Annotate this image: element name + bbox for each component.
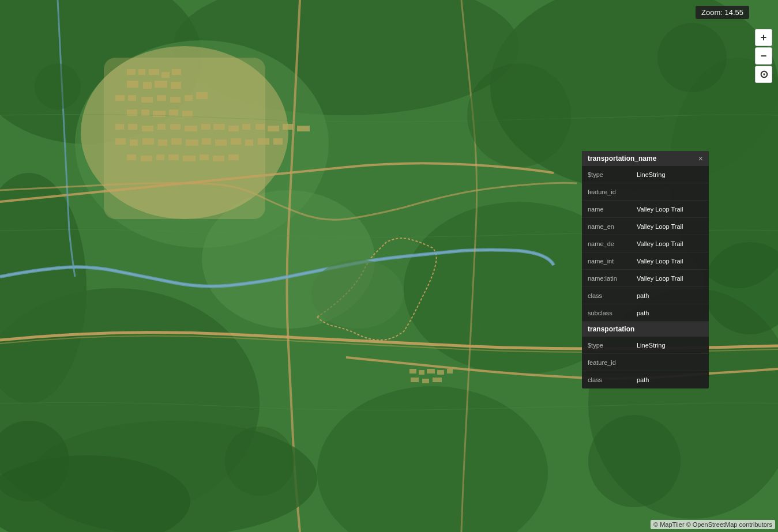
svg-rect-25 [141, 97, 153, 103]
popup-row-featureid1: feature_id [582, 183, 709, 201]
svg-rect-43 [228, 126, 239, 131]
svg-rect-51 [142, 138, 154, 145]
svg-rect-57 [231, 138, 241, 145]
svg-point-85 [467, 63, 571, 167]
svg-rect-59 [258, 138, 269, 145]
popup-section2-header: transportation [582, 322, 709, 337]
svg-rect-32 [153, 111, 166, 117]
popup-key-featureid2: feature_id [588, 359, 637, 366]
svg-rect-44 [242, 124, 250, 130]
svg-point-81 [657, 23, 727, 92]
svg-rect-27 [170, 97, 181, 103]
svg-rect-74 [411, 378, 419, 382]
svg-rect-41 [201, 124, 211, 130]
svg-rect-70 [419, 370, 424, 375]
svg-rect-76 [433, 378, 442, 382]
popup-row-name: name Valley Loop Trail [582, 201, 709, 218]
svg-rect-68 [228, 154, 239, 160]
popup-val-class1: path [637, 292, 703, 299]
svg-rect-60 [273, 138, 283, 145]
popup-row-featureid2: feature_id [582, 354, 709, 371]
svg-rect-73 [447, 369, 453, 373]
feature-popup[interactable]: transportation_name × $type LineString f… [582, 151, 709, 388]
svg-rect-72 [437, 370, 444, 375]
popup-val-nameen: Valley Loop Trail [637, 223, 703, 230]
map-attribution: © MapTiler © OpenStreetMap contributors [651, 520, 775, 529]
popup-key-class1: class [588, 292, 637, 299]
popup-val-type1: LineString [637, 171, 703, 178]
svg-rect-14 [127, 69, 136, 75]
svg-rect-61 [127, 154, 136, 160]
svg-rect-35 [115, 124, 124, 130]
zoom-label: Zoom: 14.55 [701, 8, 743, 17]
popup-row-type1: $type LineString [582, 166, 709, 183]
svg-rect-36 [128, 124, 137, 130]
svg-rect-23 [115, 95, 125, 101]
svg-rect-48 [297, 126, 310, 131]
popup-key-namede: name_de [588, 240, 637, 247]
svg-rect-46 [268, 126, 279, 131]
popup-section1-title: transportation_name [588, 154, 656, 163]
svg-rect-45 [255, 124, 265, 130]
svg-rect-17 [161, 72, 170, 78]
popup-key-nameen: name_en [588, 223, 637, 230]
svg-rect-15 [138, 69, 145, 75]
svg-rect-16 [149, 69, 159, 75]
popup-key-subclass: subclass [588, 310, 637, 316]
svg-point-79 [311, 259, 404, 329]
svg-rect-28 [185, 95, 193, 101]
popup-close-button[interactable]: × [698, 154, 703, 163]
svg-rect-52 [158, 139, 167, 146]
popup-key-type2: $type [588, 342, 637, 349]
svg-point-82 [588, 415, 681, 507]
popup-key-featureid1: feature_id [588, 188, 637, 195]
svg-rect-58 [245, 139, 253, 146]
zoom-in-button[interactable]: + [755, 29, 772, 46]
svg-rect-21 [155, 81, 167, 88]
zoom-indicator: Zoom: 14.55 [696, 6, 749, 19]
svg-rect-69 [409, 369, 416, 373]
svg-rect-29 [196, 92, 208, 99]
svg-rect-53 [171, 138, 182, 145]
svg-rect-66 [200, 154, 209, 160]
svg-rect-19 [127, 81, 138, 88]
svg-point-84 [225, 427, 294, 496]
reset-north-button[interactable]: ⊙ [755, 66, 772, 83]
svg-rect-40 [185, 126, 197, 131]
popup-val-namede: Valley Loop Trail [637, 240, 703, 247]
svg-rect-65 [183, 156, 196, 161]
popup-val-class2: path [637, 376, 703, 383]
svg-point-80 [35, 63, 81, 110]
svg-rect-47 [283, 124, 293, 130]
svg-rect-71 [427, 369, 435, 373]
map-container[interactable]: Zoom: 14.55 + − ⊙ transportation_name × … [0, 0, 778, 532]
svg-rect-64 [168, 154, 179, 160]
popup-row-namede: name_de Valley Loop Trail [582, 235, 709, 252]
svg-rect-62 [141, 156, 152, 161]
popup-key-class2: class [588, 376, 637, 383]
popup-key-name: name [588, 206, 637, 213]
popup-section1-header: transportation_name × [582, 151, 709, 166]
popup-row-subclass: subclass path [582, 304, 709, 322]
svg-rect-39 [170, 124, 181, 130]
svg-rect-37 [142, 126, 153, 131]
popup-section2-title: transportation [588, 325, 634, 333]
popup-row-nameint: name_int Valley Loop Trail [582, 252, 709, 270]
svg-rect-38 [157, 124, 166, 130]
svg-rect-56 [215, 139, 227, 146]
popup-row-namelatin: name:latin Valley Loop Trail [582, 270, 709, 287]
attribution-text: © MapTiler © OpenStreetMap contributors [653, 521, 772, 528]
popup-val-nameint: Valley Loop Trail [637, 258, 703, 265]
svg-rect-49 [115, 138, 126, 145]
popup-row-class2: class path [582, 371, 709, 388]
map-controls: + − ⊙ [755, 29, 772, 83]
svg-rect-54 [186, 139, 198, 146]
svg-rect-42 [213, 124, 225, 130]
zoom-out-button[interactable]: − [755, 47, 772, 65]
svg-rect-18 [172, 69, 181, 75]
popup-key-type1: $type [588, 171, 637, 178]
svg-rect-67 [213, 156, 224, 161]
popup-row-nameen: name_en Valley Loop Trail [582, 218, 709, 235]
popup-val-namelatin: Valley Loop Trail [637, 275, 703, 282]
popup-key-nameint: name_int [588, 258, 637, 265]
